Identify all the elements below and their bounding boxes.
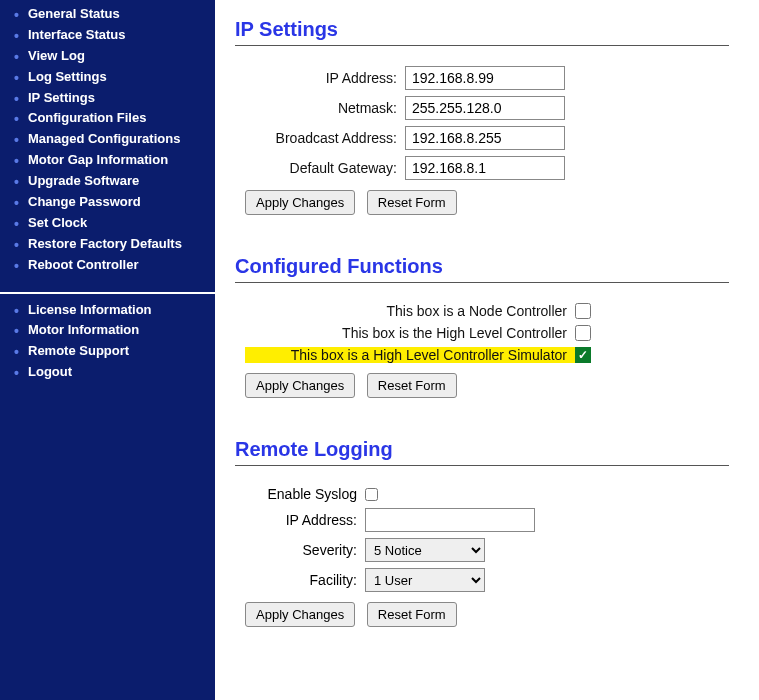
node-controller-checkbox[interactable] (575, 303, 591, 319)
main-content: IP Settings IP Address: Netmask: Broadca… (215, 0, 759, 700)
ip-reset-button[interactable]: Reset Form (367, 190, 457, 215)
remote-reset-button[interactable]: Reset Form (367, 602, 457, 627)
remote-ip-label: IP Address: (245, 512, 365, 528)
check-icon: ✓ (578, 348, 588, 362)
sidebar-nav-group-2: License Information Motor Information Re… (0, 300, 215, 394)
sidebar-item-reboot-controller[interactable]: Reboot Controller (8, 255, 207, 276)
sidebar-item-motor-gap-information[interactable]: Motor Gap Information (8, 150, 207, 171)
sidebar-item-ip-settings[interactable]: IP Settings (8, 88, 207, 109)
ip-apply-button[interactable]: Apply Changes (245, 190, 355, 215)
enable-syslog-checkbox[interactable] (365, 488, 378, 501)
ip-settings-heading: IP Settings (235, 18, 729, 41)
netmask-input[interactable] (405, 96, 565, 120)
gateway-label: Default Gateway: (245, 160, 405, 176)
sidebar-item-interface-status[interactable]: Interface Status (8, 25, 207, 46)
netmask-label: Netmask: (245, 100, 405, 116)
section-divider (235, 465, 729, 466)
sidebar-item-license-information[interactable]: License Information (8, 300, 207, 321)
configured-functions-heading: Configured Functions (235, 255, 729, 278)
gateway-input[interactable] (405, 156, 565, 180)
ip-address-label: IP Address: (245, 70, 405, 86)
sidebar-item-configuration-files[interactable]: Configuration Files (8, 108, 207, 129)
broadcast-input[interactable] (405, 126, 565, 150)
functions-reset-button[interactable]: Reset Form (367, 373, 457, 398)
sidebar-divider (0, 292, 215, 294)
sidebar-item-set-clock[interactable]: Set Clock (8, 213, 207, 234)
remote-logging-heading: Remote Logging (235, 438, 729, 461)
remote-ip-input[interactable] (365, 508, 535, 532)
ip-address-input[interactable] (405, 66, 565, 90)
sidebar-item-change-password[interactable]: Change Password (8, 192, 207, 213)
ip-settings-form: IP Address: Netmask: Broadcast Address: … (245, 66, 729, 215)
section-divider (235, 282, 729, 283)
simulator-label: This box is a High Level Controller Simu… (245, 347, 575, 363)
sidebar-item-logout[interactable]: Logout (8, 362, 207, 383)
facility-label: Facility: (245, 572, 365, 588)
sidebar-item-upgrade-software[interactable]: Upgrade Software (8, 171, 207, 192)
simulator-checkbox[interactable]: ✓ (575, 347, 591, 363)
sidebar-item-restore-factory-defaults[interactable]: Restore Factory Defaults (8, 234, 207, 255)
sidebar: General Status Interface Status View Log… (0, 0, 215, 700)
functions-apply-button[interactable]: Apply Changes (245, 373, 355, 398)
remote-logging-form: Enable Syslog IP Address: Severity: 5 No… (245, 486, 729, 627)
severity-select[interactable]: 5 Notice (365, 538, 485, 562)
sidebar-item-view-log[interactable]: View Log (8, 46, 207, 67)
sidebar-nav-group-1: General Status Interface Status View Log… (0, 4, 215, 286)
enable-syslog-label: Enable Syslog (245, 486, 365, 502)
configured-functions-form: This box is a Node Controller This box i… (245, 303, 729, 398)
sidebar-item-general-status[interactable]: General Status (8, 4, 207, 25)
section-divider (235, 45, 729, 46)
broadcast-label: Broadcast Address: (245, 130, 405, 146)
facility-select[interactable]: 1 User (365, 568, 485, 592)
high-level-controller-label: This box is the High Level Controller (245, 325, 575, 341)
sidebar-item-remote-support[interactable]: Remote Support (8, 341, 207, 362)
remote-apply-button[interactable]: Apply Changes (245, 602, 355, 627)
sidebar-item-log-settings[interactable]: Log Settings (8, 67, 207, 88)
sidebar-item-motor-information[interactable]: Motor Information (8, 320, 207, 341)
high-level-controller-checkbox[interactable] (575, 325, 591, 341)
severity-label: Severity: (245, 542, 365, 558)
node-controller-label: This box is a Node Controller (245, 303, 575, 319)
sidebar-item-managed-configurations[interactable]: Managed Configurations (8, 129, 207, 150)
